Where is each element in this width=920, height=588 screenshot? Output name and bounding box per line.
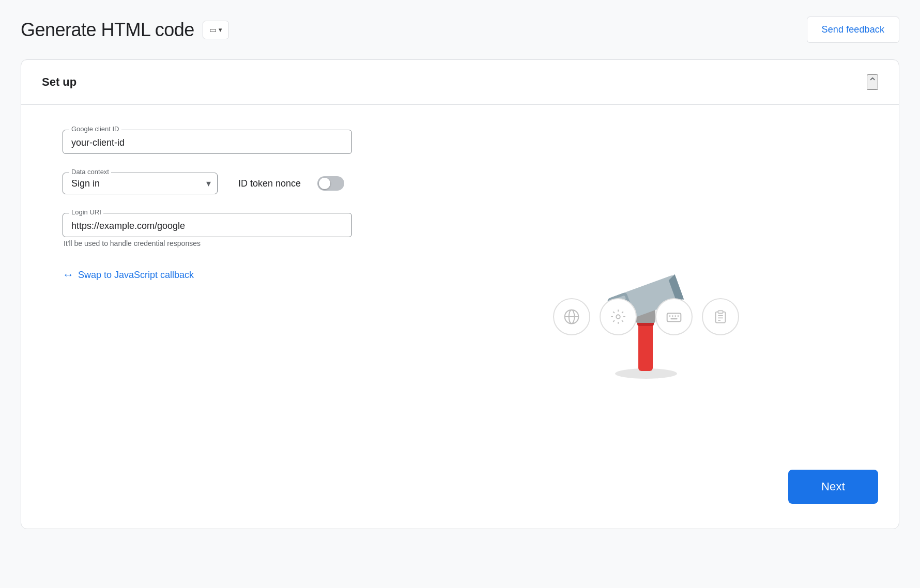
collapse-button[interactable]: ⌃: [867, 74, 878, 90]
svg-rect-15: [638, 322, 653, 371]
clipboard-circle-icon: [702, 298, 739, 335]
main-card: Set up ⌃ Google client ID Data context S…: [21, 59, 899, 529]
bookmark-dropdown-icon: ▾: [219, 26, 222, 34]
globe-circle-icon: [553, 298, 590, 335]
svg-rect-4: [667, 313, 681, 321]
next-button[interactable]: Next: [788, 470, 878, 504]
form-area: Google client ID Data context Sign in Si…: [63, 130, 393, 504]
data-context-select[interactable]: Sign in Sign up Sign in with Google: [71, 178, 209, 189]
bookmark-icon: ▭: [209, 25, 217, 35]
page-title: Generate HTML code: [21, 19, 194, 41]
bookmark-button[interactable]: ▭ ▾: [203, 21, 229, 39]
google-client-id-input[interactable]: [71, 136, 343, 148]
google-client-id-field: Google client ID: [63, 130, 393, 154]
login-uri-helper: It'll be used to handle credential respo…: [64, 239, 393, 247]
google-client-id-wrapper: Google client ID: [63, 130, 352, 154]
data-context-row: Data context Sign in Sign up Sign in wit…: [63, 173, 393, 194]
login-uri-wrapper: Login URI: [63, 213, 352, 237]
setup-header: Set up ⌃: [21, 60, 899, 105]
login-uri-label: Login URI: [69, 208, 103, 216]
id-token-nonce-row: ID token nonce: [238, 176, 344, 191]
hammer-illustration: [543, 213, 749, 420]
toggle-thumb: [319, 178, 330, 189]
data-context-wrapper: Data context Sign in Sign up Sign in wit…: [63, 173, 218, 194]
setup-title: Set up: [42, 75, 76, 89]
title-area: Generate HTML code ▭ ▾: [21, 19, 229, 41]
send-feedback-button[interactable]: Send feedback: [807, 17, 899, 43]
svg-rect-10: [718, 311, 723, 313]
swap-icon: ↔: [63, 268, 74, 282]
google-client-id-label: Google client ID: [69, 125, 121, 133]
keyboard-circle-icon: [655, 298, 693, 335]
svg-point-3: [616, 315, 620, 319]
page-header: Generate HTML code ▭ ▾ Send feedback: [21, 17, 899, 43]
illustration-area: [414, 130, 878, 504]
login-uri-field: Login URI It'll be used to handle creden…: [63, 213, 393, 247]
setup-body: Google client ID Data context Sign in Si…: [21, 105, 899, 529]
swap-to-js-link[interactable]: ↔ Swap to JavaScript callback: [63, 268, 393, 282]
login-uri-input[interactable]: [71, 220, 343, 231]
id-token-nonce-toggle[interactable]: [317, 176, 344, 191]
id-token-nonce-label: ID token nonce: [238, 178, 301, 189]
data-context-label: Data context: [69, 168, 111, 176]
swap-label: Swap to JavaScript callback: [78, 270, 194, 281]
gear-circle-icon: [600, 298, 637, 335]
